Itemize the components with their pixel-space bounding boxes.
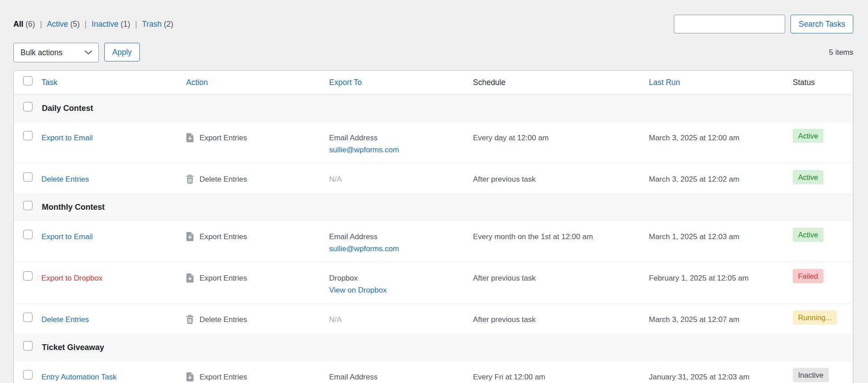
column-header-action: Action (186, 71, 329, 95)
schedule-value: After previous task (473, 304, 649, 334)
column-header-status: Status (793, 71, 853, 95)
task-name-link[interactable]: Export to Email (41, 232, 93, 241)
export-to-email-link[interactable]: sullie@wpforms.com (329, 144, 399, 156)
file-download-icon (186, 232, 194, 241)
item-count: 5 items (829, 48, 853, 57)
action-label: Export Entries (200, 272, 247, 284)
schedule-value: After previous task (473, 163, 649, 194)
table-row: Export to Email Export Entries Email Add… (14, 221, 853, 262)
bulk-actions-select[interactable]: Bulk actions (13, 43, 99, 62)
row-checkbox[interactable] (23, 271, 33, 281)
status-badge: Inactive (793, 368, 829, 382)
search-tasks-button[interactable]: Search Tasks (791, 15, 853, 33)
filter-all[interactable]: All (6) (13, 20, 35, 29)
bulk-actions-selected-value: Bulk actions (20, 48, 62, 57)
export-to-label: Email Address (329, 371, 466, 383)
export-to-label: Dropbox (329, 272, 466, 284)
filter-active[interactable]: Active (5) (47, 20, 80, 29)
sort-by-action-link[interactable]: Action (186, 78, 208, 87)
row-checkbox[interactable] (23, 131, 33, 140)
export-to-label: Email Address (329, 231, 466, 243)
task-name-link[interactable]: Entry Automation Task (41, 373, 117, 381)
row-checkbox[interactable] (23, 230, 33, 239)
row-checkbox[interactable] (23, 313, 33, 322)
sort-by-export-to-link[interactable]: Export To (329, 78, 362, 87)
sort-by-task-link[interactable]: Task (41, 78, 57, 87)
status-badge: Active (793, 129, 823, 143)
last-run-value: March 3, 2025 at 12:07 am (649, 304, 793, 334)
export-to-label: N/A (329, 314, 466, 326)
schedule-value: Every Fri at 12:00 am (473, 361, 649, 383)
trash-icon (186, 175, 194, 184)
filter-inactive[interactable]: Inactive (1) (92, 20, 130, 29)
group-title: Monthly Contest (42, 203, 105, 212)
last-run-value: February 1, 2025 at 12:05 am (649, 262, 793, 304)
filter-separator: | (85, 20, 87, 29)
group-row-ticket-giveaway: Ticket Giveaway (14, 334, 853, 361)
group-title: Ticket Giveaway (42, 343, 104, 352)
group-title: Daily Contest (42, 104, 93, 113)
schedule-value: Every month on the 1st at 12:00 am (473, 221, 649, 262)
row-checkbox[interactable] (23, 172, 33, 182)
column-header-last-run: Last Run (649, 71, 793, 95)
row-checkbox[interactable] (23, 102, 33, 111)
action-label: Delete Entries (200, 314, 247, 326)
last-run-value: March 3, 2025 at 12:00 am (649, 122, 793, 163)
task-name-link[interactable]: Delete Entries (41, 175, 89, 183)
action-label: Export Entries (200, 371, 247, 383)
row-checkbox[interactable] (23, 370, 33, 379)
export-to-label: N/A (329, 173, 466, 185)
task-name-link[interactable]: Export to Dropbox (41, 274, 102, 282)
status-badge: Failed (793, 269, 823, 283)
table-row: Export to Dropbox Export Entries Dropbox… (14, 262, 853, 304)
status-badge: Active (793, 170, 823, 184)
schedule-value: After previous task (473, 262, 649, 304)
tasks-list-page: All (6)|Active (5)|Inactive (1)|Trash (2… (0, 0, 868, 383)
search-input[interactable] (674, 15, 785, 33)
action-label: Export Entries (200, 132, 247, 144)
trash-icon (186, 315, 194, 324)
action-label: Export Entries (200, 231, 247, 243)
sort-by-last-run-link[interactable]: Last Run (649, 78, 680, 87)
action-label: Delete Entries (200, 173, 247, 185)
top-bar: All (6)|Active (5)|Inactive (1)|Trash (2… (13, 0, 853, 33)
column-header-task: Task (41, 71, 186, 95)
select-all-checkbox[interactable] (23, 76, 33, 86)
export-to-email-link[interactable]: sullie@wpforms.com (329, 243, 399, 255)
last-run-value: March 3, 2025 at 12:02 am (649, 163, 793, 194)
status-badge: Active (793, 228, 823, 242)
table-row: Export to Email Export Entries Email Add… (14, 122, 853, 163)
status-filter-links: All (6)|Active (5)|Inactive (1)|Trash (2… (13, 15, 173, 29)
file-download-icon (186, 273, 194, 283)
last-run-value: January 31, 2025 at 12:03 am (649, 361, 793, 383)
search-area: Search Tasks (674, 15, 853, 33)
group-row-daily-contest: Daily Contest (14, 95, 853, 122)
last-run-value: March 1, 2025 at 12:03 am (649, 221, 793, 262)
table-row: Delete Entries Delete Entries N/A After … (14, 163, 853, 194)
file-download-icon (186, 133, 194, 143)
apply-button[interactable]: Apply (104, 43, 140, 61)
table-row: Delete Entries Delete Entries N/A After … (14, 304, 853, 334)
filter-separator: | (135, 20, 137, 29)
table-header-row: Task Action Export To Schedule Last Run … (14, 71, 853, 95)
table-row: Entry Automation Task Export Entries Ema… (14, 361, 853, 383)
export-to-label: Email Address (329, 132, 466, 144)
filter-trash[interactable]: Trash (2) (142, 20, 173, 29)
group-row-monthly-contest: Monthly Contest (14, 194, 853, 221)
column-header-export-to: Export To (329, 71, 473, 95)
chevron-down-icon (85, 50, 92, 55)
column-header-schedule: Schedule (473, 71, 649, 95)
task-name-link[interactable]: Delete Entries (41, 315, 89, 324)
status-badge: Running... (793, 310, 837, 325)
row-checkbox[interactable] (23, 341, 33, 350)
tasks-table: Task Action Export To Schedule Last Run … (13, 70, 853, 383)
bulk-actions-toolbar: Bulk actions Apply 5 items (13, 43, 853, 62)
row-checkbox[interactable] (23, 201, 33, 210)
view-on-dropbox-link[interactable]: View on Dropbox (329, 284, 387, 296)
filter-separator: | (40, 20, 42, 29)
schedule-value: Every day at 12:00 am (473, 122, 649, 163)
file-download-icon (186, 372, 194, 382)
task-name-link[interactable]: Export to Email (41, 134, 93, 142)
